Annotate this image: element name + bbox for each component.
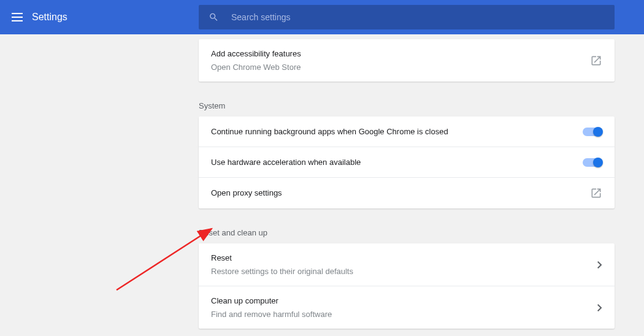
search-bar[interactable] (199, 5, 615, 29)
header: Settings (0, 0, 644, 34)
system-section-title: System (199, 91, 615, 116)
accessibility-title: Add accessibility features (211, 48, 590, 60)
external-link-icon (590, 187, 602, 199)
row-text: Add accessibility features Open Chrome W… (211, 48, 590, 73)
svg-rect-2 (12, 20, 23, 21)
row-text: Reset Restore settings to their original… (211, 252, 597, 277)
background-apps-label: Continue running background apps when Go… (211, 126, 583, 138)
page-title: Settings (32, 12, 67, 23)
background-apps-toggle[interactable] (583, 128, 602, 136)
hardware-acceleration-label: Use hardware acceleration when available (211, 156, 583, 169)
settings-content: Add accessibility features Open Chrome W… (199, 34, 615, 336)
chevron-right-icon (597, 261, 602, 269)
proxy-settings-row[interactable]: Open proxy settings (199, 178, 615, 208)
svg-rect-1 (12, 17, 23, 18)
hardware-acceleration-toggle[interactable] (583, 158, 602, 167)
cleanup-row[interactable]: Clean up computer Find and remove harmfu… (199, 286, 615, 329)
chevron-right-icon (597, 304, 602, 311)
reset-subtitle: Restore settings to their original defau… (211, 265, 597, 278)
row-text: Continue running background apps when Go… (211, 126, 583, 138)
reset-card: Reset Restore settings to their original… (199, 243, 615, 329)
accessibility-card: Add accessibility features Open Chrome W… (199, 39, 615, 82)
row-text: Clean up computer Find and remove harmfu… (211, 295, 597, 320)
menu-button[interactable] (5, 5, 29, 29)
svg-line-4 (117, 229, 212, 290)
hardware-acceleration-row[interactable]: Use hardware acceleration when available (199, 147, 615, 178)
row-text: Open proxy settings (211, 187, 590, 199)
toggle-knob (593, 158, 603, 167)
toggle-knob (593, 127, 603, 137)
search-input[interactable] (231, 12, 605, 22)
background-apps-row[interactable]: Continue running background apps when Go… (199, 116, 615, 147)
svg-rect-0 (12, 13, 23, 14)
proxy-settings-label: Open proxy settings (211, 187, 590, 199)
accessibility-subtitle: Open Chrome Web Store (211, 61, 590, 74)
add-accessibility-row[interactable]: Add accessibility features Open Chrome W… (199, 39, 615, 82)
hamburger-icon (12, 12, 23, 23)
cleanup-subtitle: Find and remove harmful software (211, 308, 597, 321)
reset-row[interactable]: Reset Restore settings to their original… (199, 243, 615, 286)
reset-title: Reset (211, 252, 597, 264)
external-link-icon (590, 55, 602, 67)
system-card: Continue running background apps when Go… (199, 116, 615, 208)
reset-section-title: Reset and clean up (199, 218, 615, 243)
search-icon (209, 12, 219, 23)
row-text: Use hardware acceleration when available (211, 156, 583, 169)
cleanup-title: Clean up computer (211, 295, 597, 307)
